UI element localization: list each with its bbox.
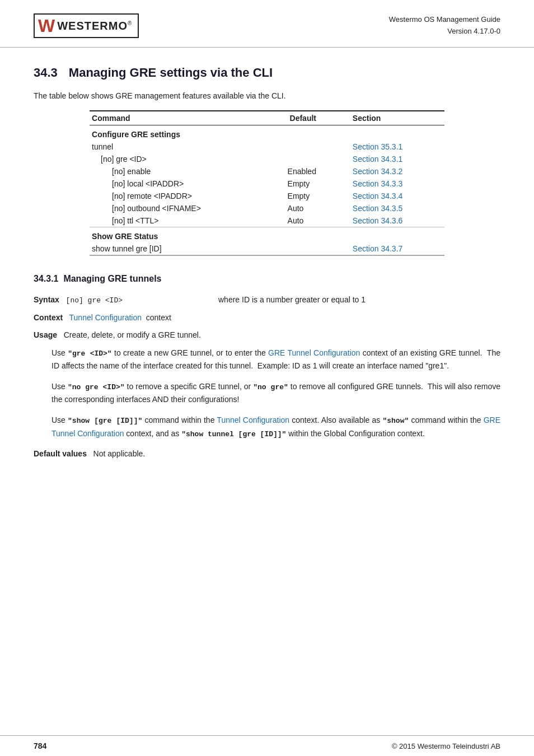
command-table: Command Default Section Configure GRE se… xyxy=(90,110,444,256)
default-values-row: Default values Not applicable. xyxy=(34,448,500,460)
cmd-enable: [no] enable xyxy=(90,165,285,178)
col-default: Default xyxy=(285,111,350,125)
logo-area: W WESTERMO® xyxy=(34,13,139,38)
section-34-3-title: 34.3Managing GRE settings via the CLI xyxy=(34,66,500,80)
syntax-row: Syntax [no] gre <ID> where ID is a numbe… xyxy=(34,294,500,306)
group-label-configure: Configure GRE settings xyxy=(90,125,444,141)
para-2: Use "no gre <ID>" to remove a specific G… xyxy=(34,380,500,406)
default-show-tunnel xyxy=(285,242,350,255)
table-row: Show GRE Status xyxy=(90,227,444,243)
para-3: Use "show [gre [ID]]" command within the… xyxy=(34,414,500,441)
content: 34.3Managing GRE settings via the CLI Th… xyxy=(0,48,534,488)
col-section: Section xyxy=(350,111,444,125)
section-local: Section 34.3.3 xyxy=(350,178,444,190)
section-gre-id: Section 34.3.1 xyxy=(350,153,444,165)
context-link[interactable]: Tunnel Configuration xyxy=(69,313,142,322)
group-label-show: Show GRE Status xyxy=(90,227,444,243)
default-outbound: Auto xyxy=(285,202,350,214)
table-row: show tunnel gre [ID] Section 34.3.7 xyxy=(90,242,444,255)
cmd-show-tunnel: show tunnel gre [ID] xyxy=(90,242,285,255)
logo-w-icon: W xyxy=(38,17,55,35)
subsection-34-3-1-title: 34.3.1 Managing GRE tunnels xyxy=(34,274,500,284)
default-remote: Empty xyxy=(285,190,350,202)
default-gre-id xyxy=(285,153,350,165)
col-command: Command xyxy=(90,111,285,125)
default-enable: Enabled xyxy=(285,165,350,178)
section-outbound: Section 34.3.5 xyxy=(350,202,444,214)
section-show-tunnel: Section 34.3.7 xyxy=(350,242,444,255)
logo-box: W WESTERMO® xyxy=(34,13,139,38)
table-row: Configure GRE settings xyxy=(90,125,444,141)
usage-row: Usage Create, delete, or modify a GRE tu… xyxy=(34,329,500,341)
footer: 784 © 2015 Westermo Teleindustri AB xyxy=(0,735,534,756)
header-title: Westermo OS Management Guide Version 4.1… xyxy=(389,14,500,38)
cmd-remote: [no] remote <IPADDR> xyxy=(90,190,285,202)
table-row: tunnel Section 35.3.1 xyxy=(90,141,444,153)
default-ttl: Auto xyxy=(285,214,350,227)
header: W WESTERMO® Westermo OS Management Guide… xyxy=(0,0,534,48)
default-tunnel xyxy=(285,141,350,153)
cmd-local: [no] local <IPADDR> xyxy=(90,178,285,190)
section-tunnel: Section 35.3.1 xyxy=(350,141,444,153)
table-row: [no] ttl <TTL> Auto Section 34.3.6 xyxy=(90,214,444,227)
table-header-row: Command Default Section xyxy=(90,111,444,125)
table-row: [no] remote <IPADDR> Empty Section 34.3.… xyxy=(90,190,444,202)
section-remote: Section 34.3.4 xyxy=(350,190,444,202)
page: W WESTERMO® Westermo OS Management Guide… xyxy=(0,0,534,756)
section-ttl: Section 34.3.6 xyxy=(350,214,444,227)
table-row: [no] enable Enabled Section 34.3.2 xyxy=(90,165,444,178)
cmd-ttl: [no] ttl <TTL> xyxy=(90,214,285,227)
footer-page-number: 784 xyxy=(34,741,46,750)
logo-text: WESTERMO® xyxy=(57,20,132,32)
table-row: [no] gre <ID> Section 34.3.1 xyxy=(90,153,444,165)
cmd-gre-id: [no] gre <ID> xyxy=(90,153,285,165)
default-local: Empty xyxy=(285,178,350,190)
cmd-outbound: [no] outbound <IFNAME> xyxy=(90,202,285,214)
table-row: [no] local <IPADDR> Empty Section 34.3.3 xyxy=(90,178,444,190)
intro-text: The table below shows GRE management fea… xyxy=(34,91,500,100)
cmd-tunnel: tunnel xyxy=(90,141,285,153)
para-1: Use "gre <ID>" to create a new GRE tunne… xyxy=(34,347,500,372)
context-row: Context Tunnel Configuration context xyxy=(34,312,500,324)
footer-copyright: © 2015 Westermo Teleindustri AB xyxy=(392,742,500,750)
table-row: [no] outbound <IFNAME> Auto Section 34.3… xyxy=(90,202,444,214)
section-enable: Section 34.3.2 xyxy=(350,165,444,178)
